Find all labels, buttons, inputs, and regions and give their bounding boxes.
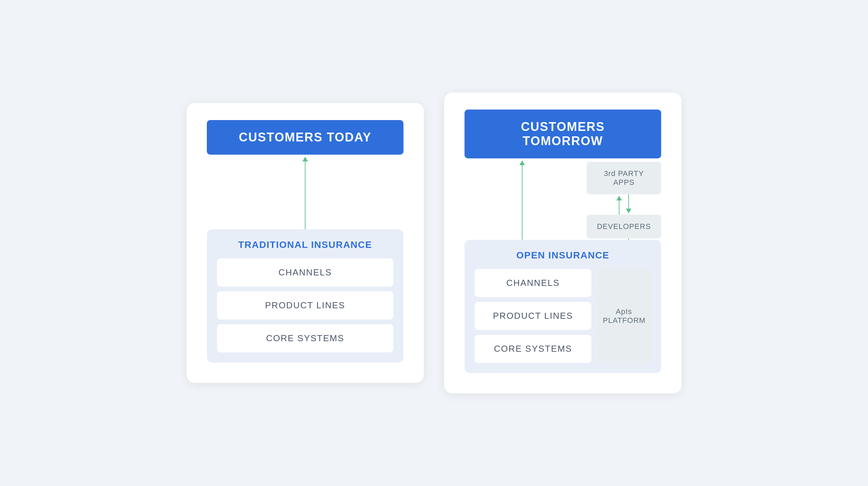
left-channels-box: CHANNELS [217,258,393,287]
left-insurance-title: TRADITIONAL INSURANCE [217,239,393,250]
left-channels-label: CHANNELS [278,267,332,277]
right-insurance-inner: CHANNELS PRODUCT LINES CORE SYSTEMS ApIs… [475,269,651,363]
arrow-head-up-side [616,196,622,200]
right-arrow-line [522,165,522,240]
left-insurance-box: TRADITIONAL INSURANCE CHANNELS PRODUCT L… [207,229,403,363]
right-inner-left: CHANNELS PRODUCT LINES CORE SYSTEMS [475,269,591,363]
developers-label: DEVELOPERS [597,222,651,231]
left-header: CUSTOMERS TODAY [207,120,403,155]
arrow-line-up-side [619,200,619,215]
right-card: CUSTOMERS TOMORROW 3rd PARTYAPPS [444,93,682,393]
main-container: CUSTOMERS TODAY TRADITIONAL INSURANCE CH… [27,93,841,393]
right-insurance-box: OPEN INSURANCE CHANNELS PRODUCT LINES CO… [465,240,661,373]
arrow-up-side [616,194,622,215]
side-arrows-top [616,194,631,215]
right-arrow-head-up [519,160,525,165]
arrow-head-up-left [302,157,308,161]
arrow-down-side [626,194,631,215]
left-core-systems-box: CORE SYSTEMS [217,324,393,352]
third-party-box: 3rd PARTYAPPS [587,162,661,194]
right-core-systems-label: CORE SYSTEMS [494,344,572,354]
right-channels-box: CHANNELS [475,269,591,297]
right-insurance-title: OPEN INSURANCE [475,250,651,261]
left-card: CUSTOMERS TODAY TRADITIONAL INSURANCE CH… [186,103,424,383]
left-header-text: CUSTOMERS TODAY [239,130,371,144]
right-main-arrow-container [465,158,580,240]
right-channels-label: CHANNELS [506,278,560,288]
api-platform-box: ApIsPLATFORM [597,269,651,363]
right-product-lines-label: PRODUCT LINES [493,311,573,321]
arrow-head-down-side [626,209,631,213]
developers-box: DEVELOPERS [587,215,661,238]
right-header: CUSTOMERS TOMORROW [465,110,661,158]
left-product-lines-box: PRODUCT LINES [217,291,393,319]
right-core-systems-box: CORE SYSTEMS [475,335,591,363]
right-top-section: 3rd PARTYAPPS DEVE [465,158,661,240]
third-party-label: 3rd PARTYAPPS [604,169,644,187]
right-product-lines-box: PRODUCT LINES [475,302,591,330]
left-core-systems-label: CORE SYSTEMS [266,333,344,343]
left-product-lines-label: PRODUCT LINES [265,300,345,310]
left-main-arrow [302,155,308,229]
right-header-text: CUSTOMERS TOMORROW [521,120,605,148]
arrow-line-down-side [628,194,629,209]
arrow-line-left [305,161,305,229]
api-platform-label: ApIsPLATFORM [603,307,645,325]
